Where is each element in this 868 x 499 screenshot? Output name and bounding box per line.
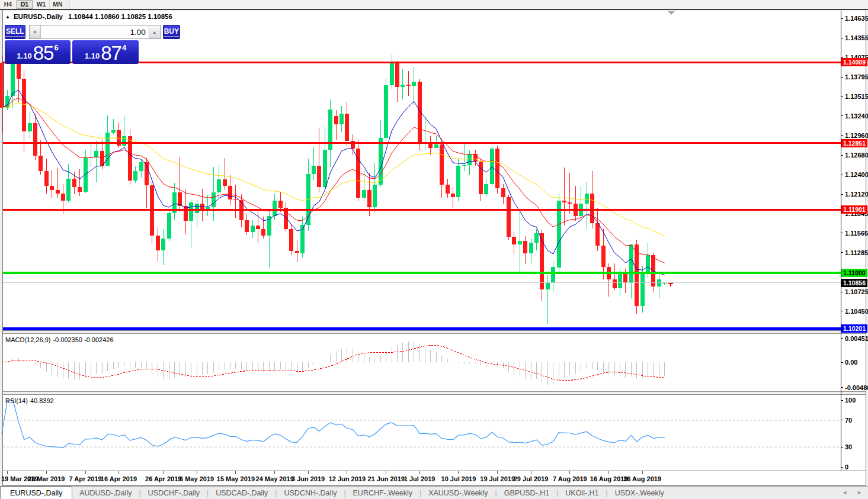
svg-text:1.13515: 1.13515 [845,93,868,100]
sell-price-box[interactable]: 1.10856 [5,40,71,64]
svg-text:1.10725: 1.10725 [845,288,868,295]
tab-scroll-arrows: ◄ ► [842,490,862,495]
svg-text:1.11000: 1.11000 [843,269,866,276]
buy-price-pips: 87 [101,44,121,62]
buy-price-box[interactable]: 1.10874 [72,40,139,64]
tab-xauusd-weekly[interactable]: XAUUSD-,Weekly [421,487,495,499]
svg-text:1.13795: 1.13795 [845,73,868,81]
date-label: 26 Aug 2019 [623,475,661,482]
sell-button-label: SELL [5,27,25,37]
svg-text:1.10450: 1.10450 [845,308,868,315]
volume-spinner: ▼ ▲ [29,25,161,39]
svg-text:1.10856: 1.10856 [843,279,866,286]
date-label: 16 Apr 2019 [101,475,137,482]
date-label: 10 Jul 2019 [441,475,476,482]
date-label: 24 May 2019 [256,475,294,482]
date-label: 3 Jun 2019 [292,475,325,482]
tab-eurusd-daily[interactable]: EURUSD-,Daily [0,487,72,499]
svg-text:1.14635: 1.14635 [845,15,868,22]
svg-text:-0.004806: -0.004806 [845,384,868,391]
date-label: 26 Apr 2019 [145,475,181,482]
svg-text:30: 30 [845,443,852,450]
date-label: 7 Apr 2019 [69,475,101,482]
svg-text:70: 70 [845,417,852,424]
svg-text:1.12400: 1.12400 [845,171,868,178]
svg-text:1.12680: 1.12680 [845,152,868,159]
tab-scroll-left-icon[interactable]: ◄ [842,490,847,495]
rsi-name: RSI(14) [5,397,28,404]
date-label: 6 May 2019 [180,475,214,482]
svg-text:1.12120: 1.12120 [845,191,868,198]
svg-text:1.11901: 1.11901 [843,206,866,213]
collapse-triangle-icon[interactable]: ▲ [5,14,10,20]
macd-name: MACD(12,26,9) [5,336,50,343]
tab-eurchf-weekly[interactable]: EURCHF-,Weekly [346,487,419,499]
chart-title: ▲EURUSD-,Daily1.10844 1.10860 1.10825 1.… [5,13,172,20]
volume-increase-button[interactable]: ▲ [149,25,160,38]
trading-terminal: H4D1W1MN 1.146351.143551.140751.137951.1… [0,0,868,499]
chart-symbol-label: EURUSD-,Daily [14,13,63,20]
chart-ohlc-values: 1.10844 1.10860 1.10825 1.10856 [68,13,172,20]
svg-text:0: 0 [845,463,848,471]
date-label: 28 Mar 2019 [28,475,65,482]
date-label: 21 Jun 2019 [368,475,405,482]
spinner-up-icon: ▲ [152,30,156,34]
macd-values: -0.002350 -0.002426 [53,336,113,343]
svg-text:0.004517: 0.004517 [845,335,868,342]
tab-usdcnh-daily[interactable]: USDCNH-,Daily [277,487,344,499]
buy-price-prefix: 1.10 [85,50,100,62]
sell-price-prefix: 1.10 [17,50,31,62]
volume-decrease-button[interactable]: ▼ [30,25,41,38]
macd-indicator-label: MACD(12,26,9)-0.002350 -0.002426 [5,336,116,343]
one-click-trading-panel: SELL ▼ ▲ BUY 1.10856 1.10874 [5,25,139,64]
date-label: 15 May 2019 [217,475,255,482]
chart-background [3,11,866,485]
svg-text:1.14009: 1.14009 [843,59,866,66]
tab-audusd-daily[interactable]: AUDUSD-,Daily [72,487,139,499]
tab-usdx-weekly[interactable]: USDX-,Weekly [608,487,671,499]
date-label: 12 Jun 2019 [329,475,366,482]
svg-text:1.10201: 1.10201 [843,325,866,332]
svg-text:0.00: 0.00 [845,359,857,366]
buy-button[interactable]: BUY [163,25,180,39]
date-label: 19 Jul 2019 [480,475,515,482]
sell-price-pips: 85 [33,44,54,62]
tab-gbpusd-h1[interactable]: GBPUSD-,H1 [497,487,556,499]
spinner-down-icon: ▼ [33,30,37,34]
date-label: 16 Aug 2019 [590,475,628,482]
sell-button[interactable]: SELL [5,25,25,39]
price-chart-canvas[interactable]: 1.146351.143551.140751.137951.135151.132… [0,0,868,499]
tab-usdcad-daily[interactable]: USDCAD-,Daily [209,487,275,499]
svg-text:1.12960: 1.12960 [845,132,868,139]
rsi-value: 40.8392 [30,397,54,404]
date-label: 29 Jul 2019 [514,475,549,482]
svg-text:1.14355: 1.14355 [845,34,868,41]
buy-price-point: 4 [122,43,126,52]
date-label: 7 Aug 2019 [553,475,587,482]
tab-usdchf-daily[interactable]: USDCHF-,Daily [141,487,207,499]
date-axis-line [3,471,866,471]
svg-text:100: 100 [845,397,856,404]
svg-text:1.11565: 1.11565 [845,230,868,237]
svg-text:1.12851: 1.12851 [843,140,866,147]
symbol-tab-bar: EURUSD-,DailyAUDUSD-,Daily|USDCHF-,Daily… [0,486,868,499]
rsi-indicator-label: RSI(14)40.8392 [5,397,56,404]
tab-ukoil-h1[interactable]: UKOil-,H1 [558,487,606,499]
sell-price-point: 6 [54,43,58,52]
svg-text:1.13240: 1.13240 [845,112,868,120]
date-label: 1 Jul 2019 [404,475,435,482]
tab-scroll-right-icon[interactable]: ► [857,490,862,495]
volume-input[interactable] [41,25,149,38]
buy-button-label: BUY [164,27,180,37]
svg-text:1.11285: 1.11285 [845,249,868,256]
